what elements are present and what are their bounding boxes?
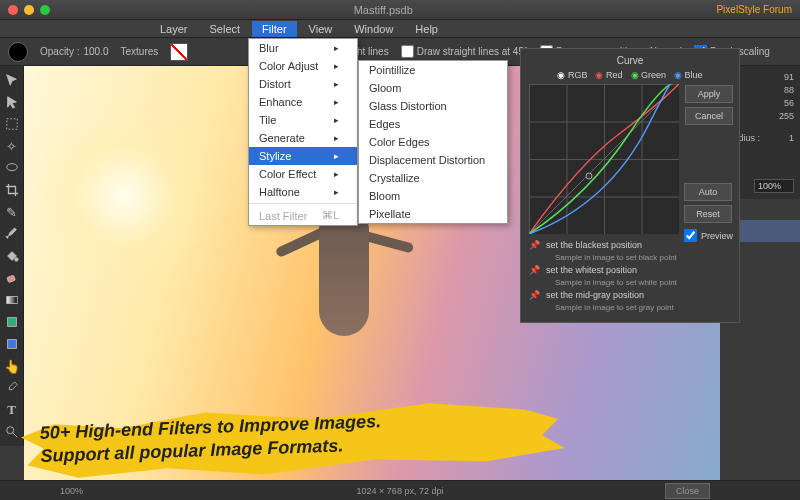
menu-help[interactable]: Help [405, 21, 448, 37]
stylize-crystallize[interactable]: Crystallize [359, 169, 507, 187]
status-close-button[interactable]: Close [665, 483, 710, 499]
filter-enhance[interactable]: Enhance [249, 93, 357, 111]
svg-rect-0 [6, 119, 17, 130]
stylize-pixellate[interactable]: Pixellate [359, 205, 507, 223]
filter-color-adjust[interactable]: Color Adjust [249, 57, 357, 75]
wand-tool-icon[interactable]: ✧ [2, 136, 22, 156]
opacity-label: Opacity : [40, 46, 79, 57]
info-b-value: 56 [784, 98, 794, 108]
stylize-color-edges[interactable]: Color Edges [359, 133, 507, 151]
radius-value[interactable]: 1 [789, 133, 794, 143]
stylize-pointillize[interactable]: Pointillize [359, 61, 507, 79]
curves-title: Curve [529, 55, 731, 66]
gradient-tool-icon[interactable] [2, 290, 22, 310]
info-g-value: 88 [784, 85, 794, 95]
stylize-gloom[interactable]: Gloom [359, 79, 507, 97]
info-r-value: 91 [784, 72, 794, 82]
canvas-image-sun [34, 106, 214, 286]
channel-green[interactable]: Green [631, 70, 667, 80]
opacity-value[interactable]: 100.0 [83, 46, 108, 57]
marquee-tool-icon[interactable] [2, 114, 22, 134]
filter-menu-dropdown: Blur Color Adjust Distort Enhance Tile G… [248, 38, 358, 226]
stylize-glass-distortion[interactable]: Glass Distortion [359, 97, 507, 115]
channel-picker: RGB Red Green Blue [529, 70, 731, 80]
filter-last-filter: Last Filter⌘L [249, 206, 357, 225]
svg-point-1 [6, 164, 17, 171]
sidebar-zoom-input[interactable] [754, 179, 794, 193]
shape-tool-icon[interactable] [2, 312, 22, 332]
channel-blue[interactable]: Blue [674, 70, 703, 80]
filter-tile[interactable]: Tile [249, 111, 357, 129]
menu-layer[interactable]: Layer [150, 21, 198, 37]
menu-window[interactable]: Window [344, 21, 403, 37]
filter-halftone[interactable]: Halftone [249, 183, 357, 201]
eyedropper-icon: 📌 [529, 290, 540, 300]
status-zoom[interactable]: 100% [60, 486, 83, 496]
crop-tool-icon[interactable] [2, 180, 22, 200]
menu-filter[interactable]: Filter [252, 21, 296, 37]
smudge-tool-icon[interactable]: 👆 [2, 356, 22, 376]
document-title: Mastiff.psdb [50, 4, 716, 16]
status-dimensions: 1024 × 768 px, 72 dpi [357, 486, 444, 496]
brush-tool-icon[interactable] [2, 224, 22, 244]
status-bar: 100% 1024 × 768 px, 72 dpi Close [0, 480, 800, 500]
svg-point-8 [586, 173, 592, 179]
eyedropper-icon: 📌 [529, 240, 540, 250]
white-point-picker[interactable]: 📌set the whitest position [529, 265, 731, 275]
fill-tool-icon[interactable] [2, 246, 22, 266]
filter-generate[interactable]: Generate [249, 129, 357, 147]
color-tool-icon[interactable] [2, 334, 22, 354]
zoom-window-icon[interactable] [40, 5, 50, 15]
menu-view[interactable]: View [299, 21, 343, 37]
menu-select[interactable]: Select [200, 21, 251, 37]
eyedropper-tool-icon[interactable] [2, 378, 22, 398]
pen-tool-icon[interactable]: ✎ [2, 202, 22, 222]
channel-rgb[interactable]: RGB [557, 70, 587, 80]
move-tool-icon[interactable] [2, 70, 22, 90]
apply-button[interactable]: Apply [685, 85, 733, 103]
reset-button[interactable]: Reset [684, 205, 732, 223]
filter-distort[interactable]: Distort [249, 75, 357, 93]
stylize-bloom[interactable]: Bloom [359, 187, 507, 205]
promo-banner: 50+ High-end Filters to Improve Images. … [10, 400, 570, 480]
opacity-group: Opacity : 100.0 [40, 46, 109, 57]
gray-point-picker[interactable]: 📌set the mid-gray position [529, 290, 731, 300]
forum-link[interactable]: PixelStyle Forum [716, 4, 792, 15]
channel-red[interactable]: Red [595, 70, 622, 80]
curve-graph[interactable] [529, 84, 679, 234]
window-controls [8, 5, 50, 15]
minimize-window-icon[interactable] [24, 5, 34, 15]
arrow-tool-icon[interactable] [2, 92, 22, 112]
svg-rect-4 [6, 297, 17, 304]
cancel-button[interactable]: Cancel [685, 107, 733, 125]
stylize-displacement[interactable]: Displacement Distortion [359, 151, 507, 169]
textures-toggle[interactable]: Textures [121, 46, 159, 57]
stylize-submenu: Pointillize Gloom Glass Distortion Edges… [358, 60, 508, 224]
stylize-edges[interactable]: Edges [359, 115, 507, 133]
svg-rect-3 [6, 275, 14, 282]
auto-button[interactable]: Auto [684, 183, 732, 201]
curves-dialog: Curve RGB Red Green Blue Apply Cancel Au… [520, 48, 740, 323]
menu-bar: Layer Select Filter View Window Help [0, 20, 800, 38]
svg-rect-5 [7, 318, 16, 327]
close-window-icon[interactable] [8, 5, 18, 15]
eraser-tool-icon[interactable] [2, 268, 22, 288]
brush-preview-icon[interactable] [8, 42, 28, 62]
filter-blur[interactable]: Blur [249, 39, 357, 57]
straight-45-checkbox[interactable]: Draw straight lines at 45° [401, 45, 528, 58]
tool-palette: ✧ ✎ 👆 T [0, 66, 24, 446]
lasso-tool-icon[interactable] [2, 158, 22, 178]
eyedropper-icon: 📌 [529, 265, 540, 275]
svg-rect-6 [7, 340, 16, 349]
titlebar: Mastiff.psdb PixelStyle Forum [0, 0, 800, 20]
preview-checkbox[interactable]: Preview [684, 229, 733, 242]
svg-point-2 [14, 258, 18, 262]
filter-stylize[interactable]: Stylize [249, 147, 357, 165]
no-texture-icon[interactable] [170, 43, 188, 61]
filter-color-effect[interactable]: Color Effect [249, 165, 357, 183]
info-a-value: 255 [779, 111, 794, 121]
